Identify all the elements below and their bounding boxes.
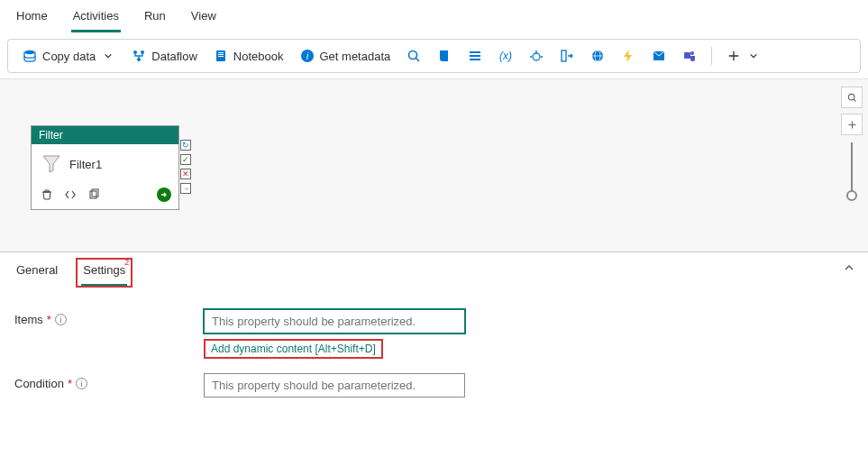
zoom-slider[interactable] (851, 142, 853, 197)
bug-icon (529, 49, 544, 63)
search-button[interactable] (401, 45, 426, 67)
svg-point-27 (690, 51, 694, 55)
list-button[interactable] (462, 45, 488, 67)
svg-point-0 (24, 50, 35, 54)
collapse-panel-button[interactable] (843, 261, 855, 274)
dataflow-button[interactable]: Dataflow (126, 45, 203, 67)
svg-rect-28 (90, 191, 96, 198)
mail-button[interactable] (646, 45, 672, 67)
copy-icon[interactable] (87, 188, 100, 201)
top-tabs: Home Activities Run View (0, 0, 868, 33)
web-button[interactable] (585, 45, 610, 67)
svg-point-17 (533, 53, 540, 60)
canvas-search-button[interactable] (841, 87, 863, 108)
svg-rect-13 (470, 51, 480, 53)
debug-button[interactable] (524, 45, 549, 67)
teams-icon (682, 49, 697, 63)
connector-fail-icon[interactable]: ✕ (180, 169, 191, 179)
activities-toolbar: Copy data Dataflow Notebook i Get metada… (7, 39, 861, 73)
pipeline-canvas[interactable]: Filter Filter1 ↻ ✓ ✕ → (0, 78, 868, 252)
funnel-icon (41, 153, 62, 175)
variable-button[interactable]: (x) (493, 45, 518, 67)
svg-rect-21 (562, 50, 566, 61)
tab-general[interactable]: General (14, 260, 59, 288)
tab-home[interactable]: Home (14, 5, 50, 32)
function-button[interactable] (616, 45, 641, 67)
properties-panel: General Settings 2 Items * i Add dynamic… (0, 252, 868, 398)
svg-text:(x): (x) (499, 50, 512, 62)
items-input[interactable] (204, 309, 465, 334)
properties-tabs: General Settings 2 (0, 252, 868, 288)
filter-activity-node[interactable]: Filter Filter1 (31, 125, 179, 210)
info-icon: i (300, 49, 315, 63)
settings-form: Items * i Add dynamic content [Alt+Shift… (0, 288, 868, 398)
svg-point-30 (848, 94, 854, 100)
script-icon (437, 49, 452, 63)
connector-success-icon[interactable]: ✓ (180, 154, 191, 165)
tab-settings[interactable]: Settings (81, 260, 127, 286)
chevron-down-icon (101, 49, 115, 63)
required-marker: * (47, 313, 51, 326)
get-metadata-label: Get metadata (320, 50, 391, 63)
svg-rect-15 (470, 59, 480, 60)
teams-button[interactable] (677, 45, 702, 67)
search-icon (407, 49, 421, 63)
svg-point-3 (137, 58, 141, 61)
code-icon[interactable] (64, 188, 77, 201)
svg-rect-29 (92, 189, 98, 197)
notebook-label: Notebook (233, 50, 284, 63)
info-icon[interactable]: i (55, 314, 67, 325)
items-label: Items (14, 313, 43, 326)
connector-neutral-icon[interactable]: ↻ (180, 140, 191, 151)
delete-icon[interactable] (41, 188, 53, 201)
tab-activities[interactable]: Activities (71, 5, 121, 32)
run-arrow-icon[interactable] (157, 187, 171, 202)
chevron-down-icon (746, 49, 761, 63)
svg-line-31 (854, 99, 855, 101)
settings-badge: 2 (124, 258, 129, 267)
connector-skip-icon[interactable]: → (180, 183, 191, 194)
svg-rect-6 (218, 54, 224, 55)
globe-icon (590, 49, 605, 63)
script-button[interactable] (432, 45, 457, 67)
node-header: Filter (32, 126, 178, 144)
mail-icon (652, 49, 666, 63)
deploy-icon (560, 49, 574, 63)
tab-run[interactable]: Run (142, 5, 168, 32)
svg-rect-12 (440, 50, 448, 61)
database-icon (23, 49, 37, 63)
svg-rect-26 (684, 52, 690, 59)
svg-line-11 (416, 59, 420, 62)
svg-rect-5 (218, 52, 224, 53)
required-marker: * (68, 377, 72, 390)
svg-rect-7 (218, 56, 224, 57)
copy-data-label: Copy data (42, 50, 96, 63)
zoom-in-button[interactable] (841, 114, 863, 135)
add-dynamic-content-link[interactable]: Add dynamic content [Alt+Shift+D] (204, 339, 383, 359)
info-icon[interactable]: i (76, 378, 87, 389)
zoom-thumb-icon[interactable] (846, 190, 857, 201)
notebook-icon (214, 49, 228, 63)
deploy-button[interactable] (554, 45, 580, 67)
canvas-right-tools (841, 87, 863, 197)
dataflow-label: Dataflow (151, 50, 197, 63)
add-activity-button[interactable] (721, 45, 766, 67)
dataflow-icon (132, 49, 146, 63)
node-name: Filter1 (69, 158, 102, 171)
tab-settings-highlight: Settings 2 (76, 258, 132, 288)
variable-icon: (x) (498, 49, 513, 63)
copy-data-button[interactable]: Copy data (17, 45, 121, 67)
notebook-button[interactable]: Notebook (208, 45, 289, 67)
tab-view[interactable]: View (189, 5, 218, 32)
svg-point-1 (133, 50, 137, 54)
list-icon (468, 49, 482, 63)
condition-input[interactable] (204, 373, 465, 398)
condition-label: Condition (14, 377, 64, 390)
svg-point-10 (409, 51, 417, 59)
svg-rect-14 (470, 55, 480, 57)
lightning-icon (621, 49, 635, 63)
node-connectors: ↻ ✓ ✕ → (180, 140, 191, 194)
plus-icon (726, 49, 741, 63)
svg-point-2 (141, 50, 144, 54)
get-metadata-button[interactable]: i Get metadata (295, 45, 397, 67)
